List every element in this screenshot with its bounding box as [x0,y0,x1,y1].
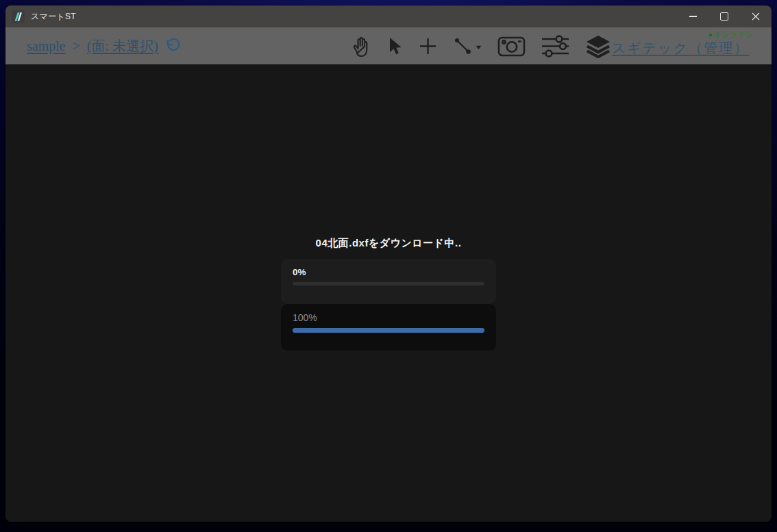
toolbar: sample > (面: 未選択) [5,27,772,64]
online-status-badge: ●オンライン [708,29,754,40]
title-bar: スマートST [5,5,772,27]
line-icon [454,37,472,55]
breadcrumb-surface-link[interactable]: (面: 未選択) [87,37,158,55]
refresh-icon [164,38,180,54]
overall-progress-panel: 100% [281,304,496,351]
close-icon [752,12,760,21]
sliders-icon [541,34,569,58]
desktop-background: スマートST sample > (面: 未選択) [0,0,777,532]
layers-icon [585,34,611,58]
window-controls [677,5,772,27]
cursor-icon [386,36,402,55]
camera-icon [497,35,526,57]
download-title: 04北面.dxfをダウンロード中.. [281,237,496,250]
photo-tool[interactable] [497,35,526,57]
current-file-progress-panel: 0% [281,259,496,304]
breadcrumb-project-link[interactable]: sample [27,38,66,54]
minimize-button[interactable] [677,5,708,27]
overall-progress-label: 100% [293,312,484,323]
window-title: スマートST [31,11,76,23]
online-status-label: オンライン [713,30,754,38]
current-progress-label: 0% [293,267,484,277]
app-logo-icon [12,10,25,23]
lightning-logo-icon [13,12,23,22]
breadcrumb-separator: > [73,38,80,54]
maximize-button[interactable] [708,5,740,27]
plus-icon [418,36,438,56]
app-window: スマートST sample > (面: 未選択) [5,5,772,522]
adjust-tool[interactable] [541,34,569,58]
account-link[interactable]: スギテック（管理） [612,40,749,56]
overall-progress-fill [293,328,484,333]
add-tool[interactable] [418,36,438,56]
download-progress-dialog: 04北面.dxfをダウンロード中.. 0% 100% [281,237,496,351]
online-dot-icon: ● [708,31,713,38]
close-button[interactable] [740,5,772,27]
viewer-canvas[interactable]: 04北面.dxfをダウンロード中.. 0% 100% [5,64,772,522]
current-progress-track [293,282,484,286]
tool-group [350,27,611,64]
overall-progress-track [293,328,484,333]
refresh-button[interactable] [164,38,180,54]
chevron-down-icon [476,45,482,50]
account-area: ●オンライン スギテック（管理） [612,29,749,56]
minimize-icon [689,16,697,16]
breadcrumb: sample > (面: 未選択) [27,37,180,55]
pan-tool[interactable] [350,34,371,58]
layers-tool[interactable] [585,34,611,58]
select-tool[interactable] [386,36,402,55]
line-tool[interactable] [454,37,482,55]
hand-icon [350,34,371,58]
maximize-icon [720,12,728,21]
